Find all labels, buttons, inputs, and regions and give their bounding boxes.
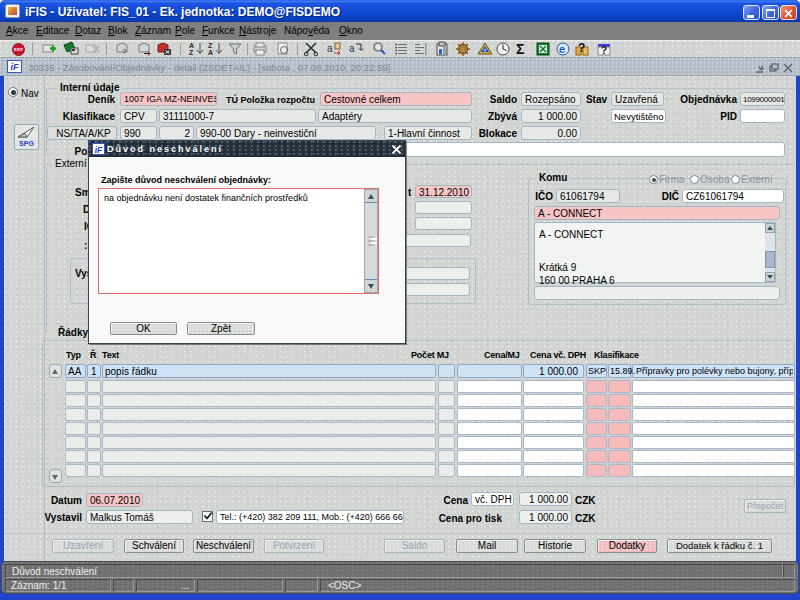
svg-text:Z: Z: [189, 49, 194, 56]
svg-text:Σ: Σ: [516, 41, 524, 57]
svg-text:a: a: [349, 43, 355, 54]
svg-text:?: ?: [122, 47, 127, 56]
svg-text:a: a: [327, 43, 333, 54]
svg-text:A: A: [208, 49, 213, 56]
svg-text:A: A: [189, 42, 194, 49]
svg-text:?: ?: [578, 41, 585, 55]
svg-text:e: e: [559, 43, 565, 55]
svg-text:?: ?: [601, 45, 607, 56]
svg-text:Z: Z: [208, 42, 213, 49]
